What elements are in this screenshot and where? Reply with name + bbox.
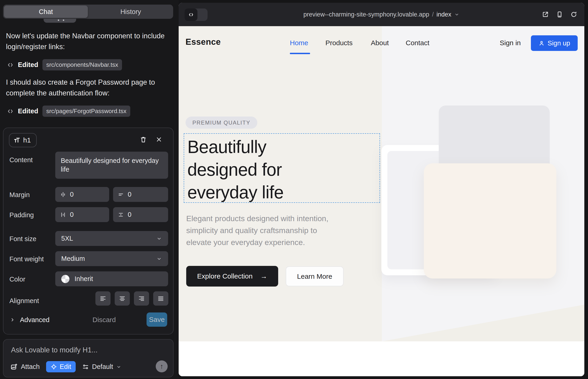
edited-file-row[interactable]: Edited src/components/Navbar.tsx [7, 59, 122, 70]
premium-quality-badge: PREMIUM QUALITY [186, 117, 257, 129]
tab-history[interactable]: History [88, 5, 173, 19]
edited-file-row[interactable]: Edited src/pages/ForgotPassword.tsx [7, 106, 130, 117]
send-button[interactable]: ↑ [156, 360, 168, 372]
nav-link-contact[interactable]: Contact [406, 39, 429, 47]
delete-element-button[interactable] [139, 135, 148, 144]
model-default-select[interactable]: Default [82, 363, 122, 371]
element-tag-pill[interactable]: h1 [9, 133, 37, 147]
hero-diagonal-shape [382, 305, 584, 341]
font-size-label: Font size [9, 235, 36, 243]
decor-card-beige [424, 163, 556, 279]
selected-element-outline[interactable]: Beautifully designed for everyday life [184, 133, 380, 203]
advanced-label: Advanced [20, 316, 49, 324]
hero-paragraph: Elegant products designed with intention… [186, 212, 340, 248]
discard-button[interactable]: Discard [93, 313, 116, 327]
padding-horizontal-value: 0 [70, 211, 74, 218]
assistant-message: Now let's update the Navbar component to… [6, 31, 167, 52]
content-field-wrap: Beautifully designed for everyday life [55, 152, 168, 179]
active-nav-underline [290, 53, 310, 54]
close-editor-button[interactable] [154, 135, 164, 144]
margin-label: Margin [9, 191, 30, 199]
close-icon [155, 136, 162, 143]
open-external-icon[interactable] [542, 11, 549, 18]
align-left-button[interactable] [95, 291, 110, 306]
sign-up-button[interactable]: Sign up [531, 35, 578, 51]
padding-vertical-value: 0 [128, 211, 131, 218]
chat-panel: Chat History Now let's update the Navbar… [0, 0, 179, 379]
hero-heading[interactable]: Beautifully designed for everyday life [187, 136, 329, 204]
url-page: index [436, 11, 451, 18]
sign-up-label: Sign up [548, 39, 570, 47]
person-icon [539, 40, 545, 46]
element-editor-panel: h1 Content Beautifully designed for ever… [3, 127, 174, 334]
file-chip[interactable]: src/components/Navbar.tsx [42, 59, 122, 70]
color-select[interactable]: Inherit [55, 271, 168, 286]
margin-vertical-value: 0 [128, 191, 131, 198]
font-weight-select[interactable]: Medium [55, 251, 168, 266]
padding-horizontal-icon [60, 211, 66, 218]
save-button[interactable]: Save [147, 313, 167, 327]
chevron-down-icon [116, 364, 122, 370]
color-label: Color [9, 276, 25, 283]
nav-link-about[interactable]: About [371, 39, 389, 47]
chat-composer: Attach Edit Default ↑ [3, 339, 174, 377]
font-weight-value: Medium [61, 255, 85, 262]
align-justify-icon [157, 295, 164, 302]
font-weight-label: Font weight [9, 255, 44, 263]
align-center-button[interactable] [115, 291, 130, 306]
default-label: Default [92, 363, 113, 371]
color-swatch [61, 275, 69, 283]
learn-more-button[interactable]: Learn More [286, 266, 343, 286]
align-center-icon [119, 295, 126, 302]
file-chip[interactable]: src/pages/ForgotPassword.tsx [42, 106, 130, 117]
preview-window: preview--charming-site-symphony.lovable.… [179, 3, 584, 376]
site-canvas: Essence Home Products About Contact Sign… [179, 26, 584, 376]
element-tag-label: h1 [23, 136, 31, 144]
mobile-view-icon[interactable] [556, 11, 563, 18]
padding-vertical-input[interactable]: 0 [113, 207, 168, 222]
composer-toolbar: Attach Edit Default [10, 361, 122, 372]
chevron-down-icon [156, 256, 162, 262]
tab-chat[interactable]: Chat [4, 5, 88, 18]
font-size-value: 5XL [61, 235, 73, 242]
nav-link-products[interactable]: Products [325, 39, 353, 47]
content-label: Content [9, 156, 33, 164]
hero-section: Essence Home Products About Contact Sign… [179, 26, 584, 341]
preview-chrome-bar: preview--charming-site-symphony.lovable.… [179, 3, 584, 26]
margin-vertical-input[interactable]: 0 [113, 187, 168, 202]
font-size-select[interactable]: 5XL [55, 231, 168, 246]
url-bar[interactable]: preview--charming-site-symphony.lovable.… [179, 3, 584, 26]
attach-button[interactable]: Attach [10, 363, 40, 371]
url-separator: / [432, 11, 434, 18]
nav-link-home[interactable]: Home [290, 39, 308, 47]
margin-vertical-icon [118, 191, 124, 198]
padding-horizontal-input[interactable]: 0 [55, 207, 109, 222]
align-right-button[interactable] [134, 291, 149, 306]
margin-horizontal-icon [60, 191, 66, 198]
type-icon [14, 137, 20, 144]
attach-label: Attach [21, 363, 40, 371]
sign-in-link[interactable]: Sign in [500, 39, 521, 47]
advanced-toggle[interactable]: Advanced [9, 313, 49, 327]
chevron-down-icon [156, 236, 162, 242]
content-input[interactable]: Beautifully designed for everyday life [55, 152, 168, 179]
explore-collection-button[interactable]: Explore Collection → [186, 266, 278, 286]
align-justify-button[interactable] [153, 291, 168, 306]
composer-input[interactable] [11, 346, 162, 358]
align-right-icon [138, 295, 145, 302]
margin-horizontal-input[interactable]: 0 [55, 187, 109, 202]
color-value: Inherit [75, 275, 93, 283]
url-domain: preview--charming-site-symphony.lovable.… [303, 11, 429, 18]
site-brand[interactable]: Essence [186, 37, 221, 47]
edit-label: Edit [60, 363, 71, 371]
edited-label: Edited [18, 107, 38, 115]
code-icon [7, 62, 14, 68]
crosshair-icon [51, 364, 57, 370]
assistant-message: I should also create a Forgot Password p… [6, 77, 167, 98]
margin-horizontal-value: 0 [70, 191, 74, 198]
refresh-icon[interactable] [570, 11, 577, 18]
code-icon [7, 108, 14, 115]
scrolled-chip-partial [44, 19, 76, 23]
edit-mode-button[interactable]: Edit [46, 361, 76, 372]
alignment-label: Alignment [9, 297, 39, 305]
